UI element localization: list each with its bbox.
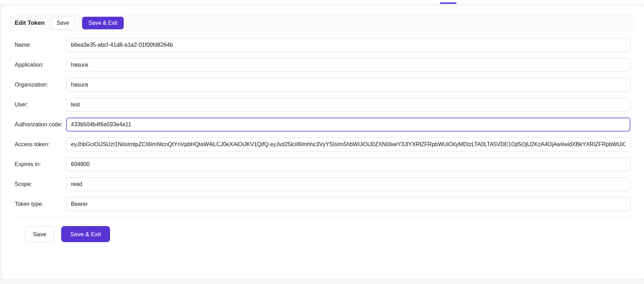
field-input-user[interactable]	[66, 98, 630, 112]
field-label-user: User:	[15, 102, 66, 108]
field-label-authorization-code: Authorization code:	[15, 121, 66, 128]
field-input-name[interactable]	[66, 38, 630, 52]
form-row: Access token:	[15, 137, 630, 151]
active-tab-indicator	[440, 2, 456, 4]
footer-actions: Save Save & Exit	[25, 226, 110, 242]
header-save-button[interactable]: Save	[51, 17, 74, 29]
field-label-application: Application:	[15, 62, 66, 68]
field-label-name: Name:	[15, 42, 66, 48]
field-input-access-token[interactable]	[66, 137, 630, 151]
field-input-token-type[interactable]	[66, 197, 630, 211]
form-row: Expires in:	[15, 157, 630, 171]
field-label-token-type: Token type:	[15, 201, 66, 207]
form-row: Token type:	[15, 197, 630, 211]
footer-save-button[interactable]: Save	[25, 226, 54, 242]
field-label-expires-in: Expires in:	[15, 161, 66, 167]
form-row: Organization:	[15, 78, 630, 92]
main-panel: Edit Token Save Save & Exit Name: Applic…	[1, 6, 644, 279]
form-row: User:	[15, 98, 630, 112]
field-label-access-token: Access token:	[15, 141, 66, 148]
field-label-scope: Scope:	[15, 181, 66, 187]
field-label-organization: Organization:	[15, 82, 66, 88]
token-form: Name: Application: Organization: User: A…	[10, 31, 635, 217]
page-title: Edit Token	[15, 20, 45, 27]
field-input-application[interactable]	[66, 58, 630, 72]
form-row: Scope:	[15, 177, 630, 191]
field-input-authorization-code[interactable]	[66, 118, 630, 132]
top-tab-bar	[0, 0, 644, 3]
form-row: Name:	[15, 38, 630, 52]
header-save-exit-button[interactable]: Save & Exit	[82, 17, 124, 29]
footer-save-exit-button[interactable]: Save & Exit	[61, 226, 110, 242]
edit-token-card: Edit Token Save Save & Exit Name: Applic…	[10, 15, 635, 217]
card-header: Edit Token Save Save & Exit	[10, 15, 635, 31]
field-input-organization[interactable]	[66, 78, 630, 92]
form-row: Application:	[15, 58, 630, 72]
field-input-expires-in[interactable]	[66, 157, 630, 171]
form-row: Authorization code:	[15, 118, 630, 132]
field-input-scope[interactable]	[66, 177, 630, 191]
